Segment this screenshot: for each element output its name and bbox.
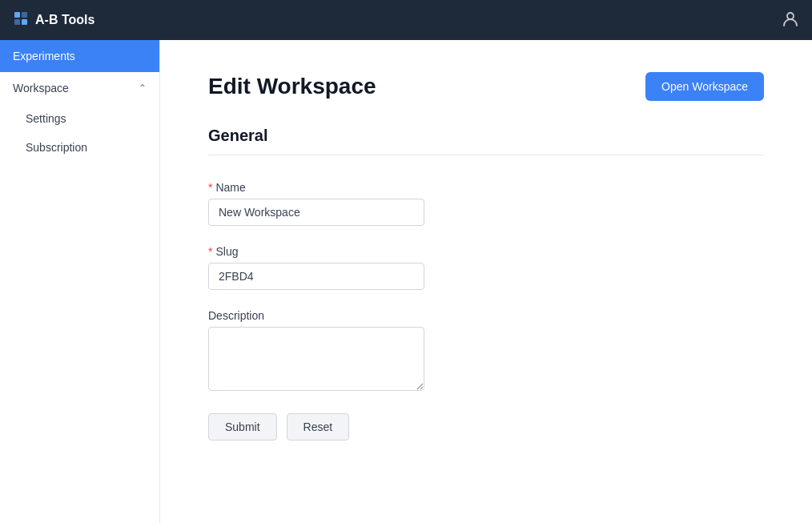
sidebar: Experiments Workspace ⌃ Settings Subscri… [0,40,160,523]
description-field-group: Description [208,309,764,394]
slug-input[interactable] [208,263,424,290]
brand: A-B Tools [13,10,94,30]
chevron-up-icon: ⌃ [139,82,147,94]
workspace-form: * Name * Slug Description Submit Reset [208,181,764,441]
name-input[interactable] [208,199,424,226]
form-actions: Submit Reset [208,413,764,441]
slug-field-group: * Slug [208,245,764,290]
settings-label: Settings [26,112,66,125]
submit-button[interactable]: Submit [208,413,277,441]
sidebar-item-settings[interactable]: Settings [0,104,159,133]
section-divider [208,155,764,155]
sidebar-item-experiments[interactable]: Experiments [0,40,159,72]
section-title: General [208,127,764,145]
main-content: Edit Workspace Open Workspace General * … [160,40,812,523]
svg-rect-1 [22,12,27,18]
sidebar-workspace-section: Workspace ⌃ Settings Subscription [0,72,159,162]
svg-rect-2 [14,19,20,25]
name-label: * Name [208,181,764,194]
sidebar-workspace-header[interactable]: Workspace ⌃ [0,72,159,104]
experiments-label: Experiments [13,50,75,62]
name-required-star: * [208,181,212,194]
name-field-group: * Name [208,181,764,226]
svg-point-4 [787,13,794,19]
slug-required-star: * [208,245,212,258]
slug-label: * Slug [208,245,764,258]
topnav: A-B Tools [0,0,812,40]
sidebar-item-subscription[interactable]: Subscription [0,133,159,162]
user-icon[interactable] [782,10,799,31]
workspace-label: Workspace [13,82,69,95]
page-header: Edit Workspace Open Workspace [208,72,764,101]
description-label: Description [208,309,764,322]
reset-button[interactable]: Reset [287,413,350,441]
svg-rect-3 [22,19,27,25]
subscription-label: Subscription [26,141,87,154]
page-title: Edit Workspace [208,74,376,99]
description-textarea[interactable] [208,327,424,391]
open-workspace-button[interactable]: Open Workspace [645,72,764,101]
brand-icon [13,10,29,30]
svg-rect-0 [14,12,20,18]
brand-name: A-B Tools [35,13,94,27]
